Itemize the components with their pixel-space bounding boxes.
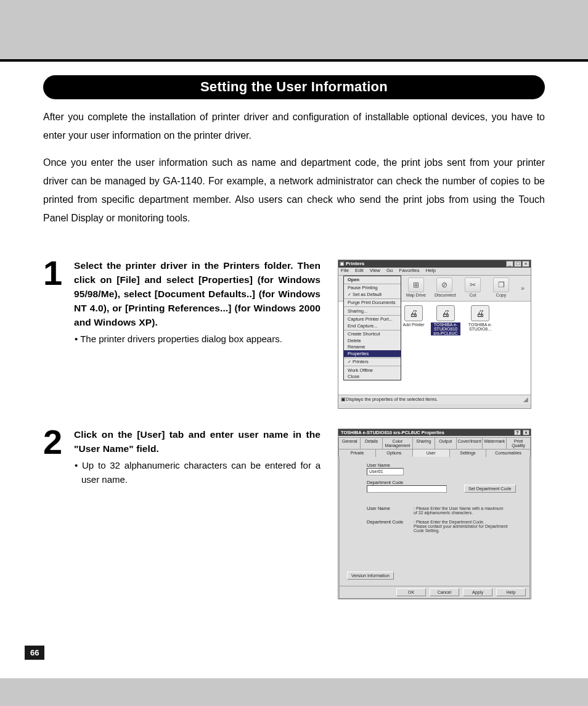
- help-button[interactable]: Help: [496, 588, 526, 596]
- menu-bar: File Edit View Go Favorites Help: [338, 268, 531, 276]
- menu-end-capture[interactable]: End Capture...: [344, 322, 401, 329]
- menu-rename[interactable]: Rename: [344, 344, 401, 351]
- add-printer-label: Add Printer: [399, 322, 428, 327]
- step-2-note: Up to 32 alphanumeric characters can be …: [74, 458, 321, 486]
- ok-button[interactable]: OK: [396, 588, 426, 596]
- tab-watermark[interactable]: Watermark: [482, 437, 506, 449]
- section-title: Setting the User Information: [43, 75, 545, 99]
- menu-delete[interactable]: Delete: [344, 337, 401, 344]
- tab-details[interactable]: Details: [360, 437, 382, 449]
- close-icon[interactable]: ×: [522, 261, 529, 267]
- tab-output[interactable]: Output: [435, 437, 456, 449]
- menu-create-shortcut[interactable]: Create Shortcut: [344, 331, 401, 338]
- printer-other-item[interactable]: 🖨 TOSHIBA e-STUDIO8...: [465, 305, 495, 331]
- step-1-body: Select the printer driver in the Printer…: [74, 258, 321, 346]
- menu-view[interactable]: View: [370, 268, 380, 274]
- toolbar-copy-label: Copy: [491, 293, 511, 297]
- set-department-code-button[interactable]: Set Department Code: [464, 485, 516, 493]
- tab-settings[interactable]: Settings: [449, 449, 486, 457]
- help-icon[interactable]: ?: [514, 430, 521, 435]
- apply-button[interactable]: Apply: [463, 588, 492, 596]
- tab-user[interactable]: User: [412, 449, 449, 457]
- toolbar-copy-button[interactable]: ❐Copy: [491, 277, 511, 300]
- menu-file[interactable]: File: [341, 268, 349, 274]
- menu-printers[interactable]: Printers: [344, 359, 401, 366]
- disconnect-icon: ⊘: [436, 277, 452, 292]
- toolbar-disc-label: Disconnect: [435, 293, 454, 297]
- step-1-note: The printer drivers properties dialog bo…: [74, 332, 321, 346]
- maximize-icon[interactable]: □: [514, 261, 521, 267]
- tab-private[interactable]: Private: [338, 449, 375, 457]
- page-number: 66: [25, 646, 44, 660]
- dialog-titlebar: TOSHIBA e-STUDIO810 srs-PCL6UC Propertie…: [338, 429, 531, 436]
- step-1-heading: Select the printer driver in the Printer…: [74, 258, 321, 329]
- username-label: User Name: [367, 463, 521, 468]
- tab-color-management[interactable]: Color Management: [382, 437, 412, 449]
- toolbar-map-label: Map Drive: [406, 293, 426, 297]
- tab-sharing[interactable]: Sharing: [412, 437, 434, 449]
- resize-grip-icon[interactable]: ◢: [523, 396, 528, 403]
- deptcode-input[interactable]: [367, 485, 447, 493]
- printer-selected-item[interactable]: 🖨 TOSHIBA e-STUDIO810 srs-PCL6UC: [431, 305, 460, 335]
- tab-cover-insert[interactable]: Cover/Insert: [456, 437, 482, 449]
- chevron-right-icon[interactable]: »: [520, 285, 526, 292]
- minimize-icon[interactable]: _: [506, 261, 513, 267]
- folder-icon: ▣: [340, 261, 345, 266]
- tab-consumables[interactable]: Consumables: [486, 449, 531, 457]
- dialog-window-controls: ? ×: [513, 430, 529, 435]
- hint-deptcode-text: : Please Enter the Department Code. Plea…: [414, 520, 512, 533]
- menu-open[interactable]: Open: [344, 276, 401, 283]
- status-text: Displays the properties of the selected …: [346, 397, 438, 402]
- intro-paragraph-2: Once you enter the user information such…: [43, 154, 545, 228]
- tab-strip: General Details Color Management Sharing…: [338, 436, 531, 457]
- add-printer-item[interactable]: 🖨 Add Printer: [399, 305, 428, 327]
- version-info-button[interactable]: Version Information: [347, 572, 394, 580]
- file-dropdown-menu: Open Pause Printing Set as Default Purge…: [343, 276, 401, 380]
- step-1: 1 Select the printer driver in the Print…: [43, 258, 545, 409]
- menu-pause-printing[interactable]: Pause Printing: [344, 285, 401, 292]
- menu-capture-port[interactable]: Capture Printer Port...: [344, 316, 401, 323]
- copy-icon: ❐: [493, 277, 509, 292]
- tab-general[interactable]: General: [338, 437, 360, 449]
- menu-favorites[interactable]: Favorites: [399, 268, 420, 274]
- menu-work-offline[interactable]: Work Offline: [344, 367, 401, 374]
- menu-set-as-default[interactable]: Set as Default: [344, 291, 401, 298]
- tab-options[interactable]: Options: [375, 449, 412, 457]
- hint-username-label: User Name: [367, 506, 405, 515]
- menu-edit[interactable]: Edit: [355, 268, 364, 274]
- step-2: 2 Click on the [User] tab and enter user…: [43, 427, 545, 599]
- username-input[interactable]: User01: [367, 468, 404, 475]
- window-titlebar: ▣ Printers _ □ ×: [338, 260, 531, 268]
- window-controls: _ □ ×: [506, 261, 529, 267]
- cancel-button[interactable]: Cancel: [430, 588, 459, 596]
- step-2-heading: Click on the [User] tab and enter user n…: [74, 427, 321, 456]
- menu-sharing[interactable]: Sharing...: [344, 308, 401, 314]
- menu-go[interactable]: Go: [386, 268, 393, 274]
- tab-print-quality[interactable]: Print Quality: [506, 437, 531, 449]
- status-bar: ▣ Displays the properties of the selecte…: [338, 395, 531, 404]
- screenshot-properties-dialog: TOSHIBA e-STUDIO810 srs-PCL6UC Propertie…: [338, 429, 531, 599]
- deptcode-label: Department Code: [367, 480, 521, 485]
- close-icon[interactable]: ×: [523, 430, 529, 435]
- status-icon: ▣: [341, 397, 346, 402]
- add-printer-icon: 🖨: [404, 305, 423, 321]
- printer-selected-label: TOSHIBA e-STUDIO810 srs-PCL6UC: [431, 322, 460, 335]
- menu-close[interactable]: Close: [344, 374, 401, 380]
- dialog-title: TOSHIBA e-STUDIO810 srs-PCL6UC Propertie…: [340, 430, 513, 435]
- window-title: Printers: [345, 261, 506, 266]
- toolbar-cut-button[interactable]: ✂Cut: [463, 277, 483, 300]
- step-2-body: Click on the [User] tab and enter user n…: [74, 427, 321, 486]
- dialog-button-bar: OK Cancel Apply Help: [339, 586, 530, 599]
- step-2-number: 2: [43, 427, 68, 457]
- screenshot-printers-window: ▣ Printers _ □ × File Edit View Go Fav: [338, 260, 531, 409]
- toolbar-map-drive-button[interactable]: ⊞Map Drive: [406, 277, 426, 300]
- menu-properties[interactable]: Properties: [344, 350, 401, 357]
- menu-help[interactable]: Help: [425, 268, 435, 274]
- map-drive-icon: ⊞: [408, 277, 424, 292]
- toolbar-disconnect-button[interactable]: ⊘Disconnect: [435, 277, 454, 300]
- printer-icon: 🖨: [471, 305, 489, 321]
- menu-purge[interactable]: Purge Print Documents: [344, 300, 401, 306]
- step-1-number: 1: [43, 258, 68, 288]
- hint-deptcode-label: Department Code: [367, 520, 405, 533]
- user-tab-panel: User Name User01 Department Code Set Dep…: [339, 457, 530, 586]
